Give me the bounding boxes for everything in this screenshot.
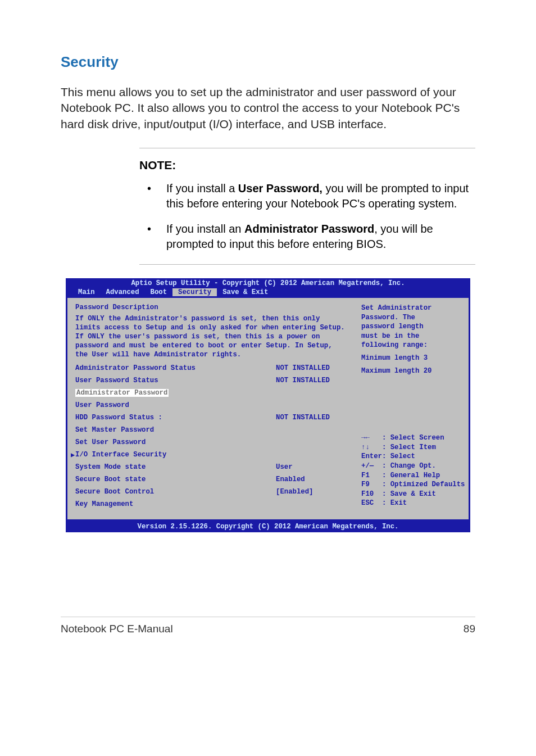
note-item: If you install an Administrator Password…: [139, 221, 475, 252]
bios-pw-desc-title: Password Description: [75, 304, 349, 311]
footer-title: Notebook PC E-Manual: [61, 623, 173, 635]
note-text-pre: If you install an: [166, 223, 244, 235]
bios-tab-main[interactable]: Main: [72, 288, 101, 296]
bios-help-text: Set Administrator Password. The password…: [361, 304, 465, 375]
note-text-bold: Administrator Password: [244, 223, 374, 235]
bios-admin-password-item[interactable]: Administrator Password: [75, 389, 169, 397]
bios-key-hint: ESC : Exit: [361, 499, 465, 508]
bios-system-mode-label: System Mode state: [75, 463, 276, 471]
submenu-arrow-icon: ▶: [71, 451, 75, 459]
bios-user-pw-status-value: NOT INSTALLED: [276, 377, 349, 384]
bios-key-hint: Enter: Select: [361, 452, 465, 461]
note-block: NOTE: If you install a User Password, yo…: [139, 148, 475, 265]
bios-version-bar: Version 2.15.1226. Copyright (C) 2012 Am…: [66, 521, 470, 532]
bios-help-line: Password. The: [361, 313, 465, 323]
bios-admin-pw-status-label: Administrator Password Status: [75, 364, 276, 372]
bios-tab-advanced[interactable]: Advanced: [101, 288, 145, 296]
bios-tab-security[interactable]: Security: [172, 288, 217, 296]
bios-tab-boot[interactable]: Boot: [145, 288, 173, 296]
bios-right-pane: Set Administrator Password. The password…: [357, 298, 469, 520]
bios-help-line: password length: [361, 322, 465, 332]
bios-secure-boot-control-label[interactable]: Secure Boot Control: [75, 488, 276, 496]
note-title: NOTE:: [139, 159, 475, 172]
bios-help-line: Set Administrator: [361, 304, 465, 313]
bios-admin-pw-status-value: NOT INSTALLED: [276, 364, 349, 372]
bios-hdd-pw-status-value: NOT INSTALLED: [276, 414, 349, 422]
bios-key-hint: F1 : General Help: [361, 471, 465, 481]
note-text-bold: User Password,: [238, 182, 322, 194]
bios-help-line: following range:: [361, 341, 465, 350]
bios-help-line: must be in the: [361, 332, 465, 341]
section-heading: Security: [61, 53, 475, 71]
bios-help-line: Minimum length 3: [361, 354, 465, 363]
note-item: If you install a User Password, you will…: [139, 181, 475, 211]
bios-user-pw-status-label: User Password Status: [75, 377, 276, 384]
bios-key-hint: F10 : Save & Exit: [361, 490, 465, 499]
bios-screenshot: Aptio Setup Utility - Copyright (C) 2012…: [66, 278, 470, 532]
bios-set-user-password[interactable]: Set User Password: [75, 438, 146, 446]
bios-title-bar: Aptio Setup Utility - Copyright (C) 2012…: [66, 278, 470, 288]
bios-set-master-password[interactable]: Set Master Password: [75, 426, 154, 434]
bios-secure-boot-state-value: Enabled: [276, 476, 349, 483]
bios-key-hint: →← : Select Screen: [361, 433, 465, 443]
bios-tab-save-exit[interactable]: Save & Exit: [217, 288, 274, 296]
bios-help-line: Maximum length 20: [361, 366, 465, 376]
bios-hdd-pw-status-label: HDD Password Status :: [75, 414, 276, 422]
note-text-pre: If you install a: [166, 182, 238, 194]
bios-system-mode-value: User: [276, 463, 349, 471]
bios-key-hint: +/— : Change Opt.: [361, 461, 465, 471]
bios-key-management[interactable]: Key Management: [75, 500, 133, 508]
page-number: 89: [464, 623, 475, 635]
bios-key-legend: →← : Select Screen ↑↓ : Select Item Ente…: [361, 433, 465, 508]
intro-paragraph: This menu allows you to set up the admin…: [61, 84, 475, 132]
bios-tab-bar: Main Advanced Boot Security Save & Exit: [66, 288, 470, 298]
bios-pw-desc-text: If ONLY the Administrator's password is …: [75, 315, 349, 360]
bios-secure-boot-state-label: Secure Boot state: [75, 476, 276, 483]
bios-key-hint: F9 : Optimized Defaults: [361, 480, 465, 490]
bios-key-hint: ↑↓ : Select Item: [361, 443, 465, 452]
bios-user-password-item[interactable]: User Password: [75, 401, 129, 409]
bios-io-interface-security[interactable]: I/O Interface Security: [75, 451, 166, 459]
bios-left-pane: Password Description If ONLY the Adminis…: [67, 298, 357, 520]
bios-secure-boot-control-value[interactable]: [Enabled]: [276, 488, 349, 496]
